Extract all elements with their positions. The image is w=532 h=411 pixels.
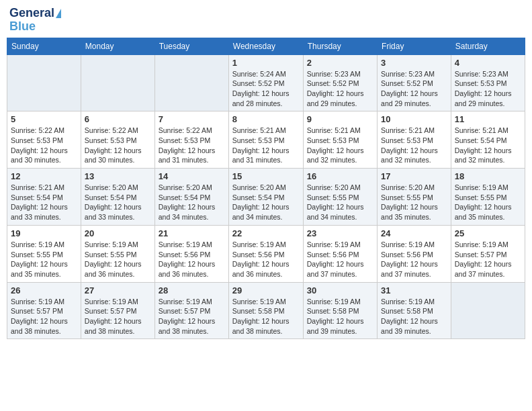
day-number: 14: [159, 171, 225, 181]
day-info: Sunrise: 5:20 AMSunset: 5:55 PMDaylight:…: [307, 183, 373, 222]
day-info: Sunrise: 5:21 AMSunset: 5:54 PMDaylight:…: [455, 126, 521, 165]
logo-text-blue: Blue: [9, 20, 36, 34]
calendar-day-cell: 28Sunrise: 5:19 AMSunset: 5:57 PMDayligh…: [154, 282, 228, 339]
calendar-day-cell: 2Sunrise: 5:23 AMSunset: 5:52 PMDaylight…: [303, 54, 377, 111]
day-number: 11: [455, 114, 521, 124]
day-info: Sunrise: 5:19 AMSunset: 5:58 PMDaylight:…: [307, 297, 373, 336]
calendar-day-cell: 7Sunrise: 5:22 AMSunset: 5:53 PMDaylight…: [154, 111, 228, 169]
calendar-week-row: 19Sunrise: 5:19 AMSunset: 5:55 PMDayligh…: [7, 225, 525, 282]
day-info: Sunrise: 5:19 AMSunset: 5:58 PMDaylight:…: [232, 297, 300, 336]
calendar-day-cell: 24Sunrise: 5:19 AMSunset: 5:56 PMDayligh…: [378, 225, 451, 282]
calendar-day-cell: 18Sunrise: 5:19 AMSunset: 5:55 PMDayligh…: [451, 169, 525, 226]
calendar-day-cell: 14Sunrise: 5:20 AMSunset: 5:54 PMDayligh…: [154, 169, 228, 226]
calendar-day-cell: 4Sunrise: 5:23 AMSunset: 5:53 PMDaylight…: [451, 54, 525, 111]
col-header-saturday: Saturday: [451, 38, 525, 54]
day-number: 16: [307, 171, 373, 181]
calendar-day-cell: 27Sunrise: 5:19 AMSunset: 5:57 PMDayligh…: [81, 282, 154, 339]
day-number: 17: [381, 171, 447, 181]
calendar-week-row: 26Sunrise: 5:19 AMSunset: 5:57 PMDayligh…: [7, 282, 525, 339]
calendar-day-cell: 5Sunrise: 5:22 AMSunset: 5:53 PMDaylight…: [7, 111, 81, 169]
day-number: 18: [455, 171, 521, 181]
day-info: Sunrise: 5:20 AMSunset: 5:54 PMDaylight:…: [85, 183, 151, 222]
calendar-day-cell: 1Sunrise: 5:24 AMSunset: 5:52 PMDaylight…: [228, 54, 303, 111]
calendar-day-cell: 16Sunrise: 5:20 AMSunset: 5:55 PMDayligh…: [303, 169, 377, 226]
calendar-day-cell: 17Sunrise: 5:20 AMSunset: 5:55 PMDayligh…: [378, 169, 451, 226]
calendar-day-cell: [81, 54, 154, 111]
day-info: Sunrise: 5:19 AMSunset: 5:57 PMDaylight:…: [85, 297, 151, 336]
calendar-day-cell: 26Sunrise: 5:19 AMSunset: 5:57 PMDayligh…: [7, 282, 81, 339]
calendar-day-cell: 22Sunrise: 5:19 AMSunset: 5:56 PMDayligh…: [228, 225, 303, 282]
calendar-day-cell: 31Sunrise: 5:19 AMSunset: 5:58 PMDayligh…: [378, 282, 451, 339]
day-info: Sunrise: 5:21 AMSunset: 5:54 PMDaylight:…: [11, 183, 77, 222]
calendar-day-cell: 19Sunrise: 5:19 AMSunset: 5:55 PMDayligh…: [7, 225, 81, 282]
col-header-sunday: Sunday: [7, 38, 81, 54]
day-info: Sunrise: 5:19 AMSunset: 5:57 PMDaylight:…: [159, 297, 225, 336]
day-number: 12: [11, 171, 77, 181]
calendar-week-row: 1Sunrise: 5:24 AMSunset: 5:52 PMDaylight…: [7, 54, 525, 111]
calendar-day-cell: 13Sunrise: 5:20 AMSunset: 5:54 PMDayligh…: [81, 169, 154, 226]
header: General Blue: [7, 7, 525, 34]
calendar-day-cell: 12Sunrise: 5:21 AMSunset: 5:54 PMDayligh…: [7, 169, 81, 226]
day-info: Sunrise: 5:19 AMSunset: 5:56 PMDaylight:…: [381, 240, 447, 279]
day-info: Sunrise: 5:19 AMSunset: 5:56 PMDaylight:…: [159, 240, 225, 279]
calendar-table: SundayMondayTuesdayWednesdayThursdayFrid…: [7, 38, 525, 340]
day-number: 2: [307, 58, 373, 68]
calendar-day-cell: 21Sunrise: 5:19 AMSunset: 5:56 PMDayligh…: [154, 225, 228, 282]
calendar-day-cell: 6Sunrise: 5:22 AMSunset: 5:53 PMDaylight…: [81, 111, 154, 169]
calendar-day-cell: 29Sunrise: 5:19 AMSunset: 5:58 PMDayligh…: [228, 282, 303, 339]
day-info: Sunrise: 5:21 AMSunset: 5:53 PMDaylight:…: [232, 126, 300, 165]
calendar-day-cell: 15Sunrise: 5:20 AMSunset: 5:54 PMDayligh…: [228, 169, 303, 226]
day-info: Sunrise: 5:19 AMSunset: 5:55 PMDaylight:…: [11, 240, 77, 279]
day-number: 22: [232, 228, 300, 238]
day-number: 31: [381, 285, 447, 295]
calendar-day-cell: 8Sunrise: 5:21 AMSunset: 5:53 PMDaylight…: [228, 111, 303, 169]
day-number: 10: [381, 114, 447, 124]
day-number: 4: [455, 58, 521, 68]
calendar-week-row: 5Sunrise: 5:22 AMSunset: 5:53 PMDaylight…: [7, 111, 525, 169]
day-info: Sunrise: 5:19 AMSunset: 5:56 PMDaylight:…: [307, 240, 373, 279]
day-info: Sunrise: 5:19 AMSunset: 5:55 PMDaylight:…: [85, 240, 151, 279]
day-info: Sunrise: 5:19 AMSunset: 5:58 PMDaylight:…: [381, 297, 447, 336]
day-info: Sunrise: 5:20 AMSunset: 5:54 PMDaylight:…: [232, 183, 300, 222]
day-number: 3: [381, 58, 447, 68]
day-info: Sunrise: 5:23 AMSunset: 5:53 PMDaylight:…: [455, 69, 521, 109]
day-number: 26: [11, 285, 77, 295]
calendar-header-row: SundayMondayTuesdayWednesdayThursdayFrid…: [7, 38, 525, 54]
day-info: Sunrise: 5:19 AMSunset: 5:57 PMDaylight:…: [455, 240, 521, 279]
day-number: 23: [307, 228, 373, 238]
day-number: 27: [85, 285, 151, 295]
day-info: Sunrise: 5:23 AMSunset: 5:52 PMDaylight:…: [381, 69, 447, 109]
col-header-thursday: Thursday: [303, 38, 377, 54]
day-number: 9: [307, 114, 373, 124]
day-number: 15: [232, 171, 300, 181]
day-number: 30: [307, 285, 373, 295]
day-info: Sunrise: 5:19 AMSunset: 5:55 PMDaylight:…: [455, 183, 521, 222]
calendar-day-cell: 10Sunrise: 5:21 AMSunset: 5:53 PMDayligh…: [378, 111, 451, 169]
logo-triangle-icon: [56, 9, 61, 18]
day-info: Sunrise: 5:21 AMSunset: 5:53 PMDaylight:…: [307, 126, 373, 165]
logo: General Blue: [9, 7, 61, 34]
day-info: Sunrise: 5:20 AMSunset: 5:54 PMDaylight:…: [159, 183, 225, 222]
day-number: 28: [159, 285, 225, 295]
day-number: 24: [381, 228, 447, 238]
day-number: 7: [159, 114, 225, 124]
day-info: Sunrise: 5:19 AMSunset: 5:56 PMDaylight:…: [232, 240, 300, 279]
day-info: Sunrise: 5:21 AMSunset: 5:53 PMDaylight:…: [381, 126, 447, 165]
col-header-monday: Monday: [81, 38, 154, 54]
day-info: Sunrise: 5:20 AMSunset: 5:55 PMDaylight:…: [381, 183, 447, 222]
calendar-day-cell: 30Sunrise: 5:19 AMSunset: 5:58 PMDayligh…: [303, 282, 377, 339]
day-number: 19: [11, 228, 77, 238]
calendar-day-cell: 3Sunrise: 5:23 AMSunset: 5:52 PMDaylight…: [378, 54, 451, 111]
day-number: 8: [232, 114, 300, 124]
col-header-friday: Friday: [378, 38, 451, 54]
day-info: Sunrise: 5:22 AMSunset: 5:53 PMDaylight:…: [159, 126, 225, 165]
calendar-day-cell: 11Sunrise: 5:21 AMSunset: 5:54 PMDayligh…: [451, 111, 525, 169]
calendar-day-cell: [154, 54, 228, 111]
day-info: Sunrise: 5:23 AMSunset: 5:52 PMDaylight:…: [307, 69, 373, 109]
day-number: 1: [232, 58, 300, 68]
day-info: Sunrise: 5:19 AMSunset: 5:57 PMDaylight:…: [11, 297, 77, 336]
day-number: 20: [85, 228, 151, 238]
day-number: 21: [159, 228, 225, 238]
day-number: 25: [455, 228, 521, 238]
logo-text-general: General: [9, 7, 54, 20]
